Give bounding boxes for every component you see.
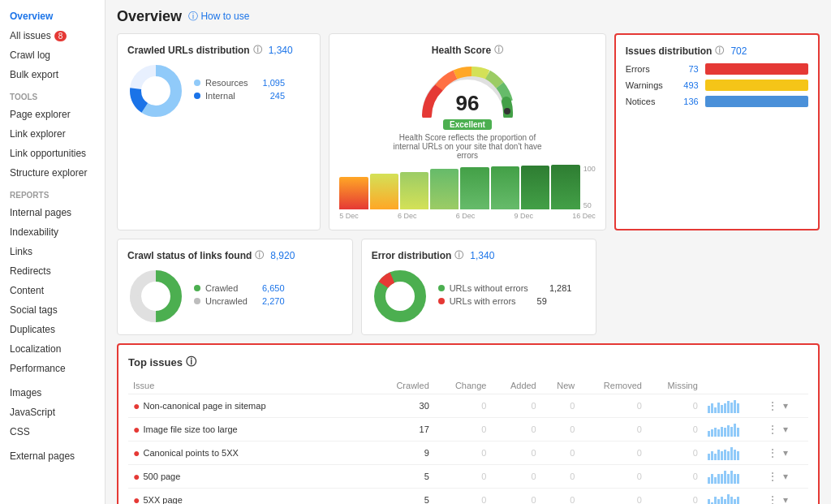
expand-button[interactable]: ▾	[781, 494, 790, 504]
health-info-icon[interactable]: ⓘ	[494, 44, 503, 56]
table-row: ● 5XX page 5 0 0 0 0 0 ⋮ ▾	[128, 489, 808, 505]
removed-cell: 0	[579, 442, 647, 465]
sidebar-item-bulk-export[interactable]: Bulk export	[0, 65, 105, 84]
issue-label[interactable]: Image file size too large	[143, 424, 237, 434]
issue-label[interactable]: Canonical points to 5XX	[143, 448, 238, 458]
info-icon[interactable]: ⓘ	[253, 44, 262, 56]
crawl-status-inner: Crawled 6,650 Uncrawled 2,270	[127, 268, 342, 325]
sidebar-item-all-issues[interactable]: All issues 8	[0, 26, 105, 45]
removed-cell: 0	[579, 418, 647, 442]
all-issues-badge: 8	[54, 31, 67, 41]
sidebar-item-performance[interactable]: Performance	[0, 359, 105, 378]
expand-button[interactable]: ▾	[781, 400, 790, 411]
sidebar-item-redirects[interactable]: Redirects	[0, 261, 105, 281]
issue-name-cell: ● Canonical points to 5XX	[128, 442, 375, 465]
more-options-button[interactable]: ⋮	[765, 470, 780, 483]
table-row: ● Canonical points to 5XX 9 0 0 0 0 0 ⋮ …	[128, 442, 808, 465]
health-score-label: Excellent	[443, 119, 492, 130]
more-options-button[interactable]: ⋮	[765, 446, 780, 459]
sidebar-item-social-tags[interactable]: Social tags	[0, 300, 105, 320]
more-options-button[interactable]: ⋮	[765, 399, 780, 412]
issue-icon: ●	[133, 494, 140, 504]
crawled-cell: 17	[375, 418, 434, 442]
sidebar-item-overview[interactable]: Overview	[0, 6, 105, 26]
sidebar-item-structure-explorer[interactable]: Structure explorer	[0, 163, 105, 183]
issues-distribution-card: Issues distribution ⓘ 702 Errors 73 Warn…	[614, 33, 820, 230]
chart-cell	[703, 489, 760, 505]
error-dist-donut	[372, 268, 428, 325]
added-cell: 0	[491, 394, 540, 418]
top-issues-section: Top issues ⓘ Issue Crawled Change Added …	[117, 343, 820, 504]
crawled-cell: 30	[375, 394, 434, 418]
issue-label[interactable]: 5XX page	[143, 495, 182, 504]
top-issues-info-icon[interactable]: ⓘ	[186, 355, 196, 369]
sidebar-item-localization[interactable]: Localization	[0, 339, 105, 359]
sidebar-item-content[interactable]: Content	[0, 281, 105, 300]
issue-icon: ●	[133, 471, 140, 482]
issue-label[interactable]: 500 page	[143, 472, 180, 481]
sidebar-item-links[interactable]: Links	[0, 242, 105, 261]
sidebar-item-crawl-log[interactable]: Crawl log	[0, 45, 105, 65]
with-errors-dot	[438, 298, 445, 304]
issue-icon: ●	[133, 424, 140, 435]
how-to-use-link[interactable]: ⓘ How to use	[188, 10, 249, 24]
chart-cell	[703, 465, 760, 489]
no-errors-legend-item: URLs without errors 1,281	[438, 283, 572, 293]
expand-button[interactable]: ▾	[781, 447, 790, 459]
col-crawled: Crawled	[375, 377, 434, 394]
more-options-button[interactable]: ⋮	[765, 493, 780, 504]
sidebar-item-overview-label: Overview	[10, 11, 53, 22]
crawl-status-card: Crawl status of links found ⓘ 8,920	[117, 239, 353, 335]
col-chart	[703, 377, 760, 394]
spacer	[605, 239, 820, 335]
crawl-status-title: Crawl status of links found ⓘ 8,920	[127, 249, 342, 261]
top-issues-title: Top issues ⓘ	[128, 355, 808, 369]
resources-legend-item: Resources 1,095	[194, 78, 285, 88]
sidebar-item-external-pages[interactable]: External pages	[0, 446, 105, 466]
crawl-status-info-icon[interactable]: ⓘ	[255, 249, 264, 261]
missing-cell: 0	[647, 394, 703, 418]
issue-name-cell: ● 5XX page	[128, 489, 375, 505]
new-cell: 0	[541, 465, 580, 489]
actions-cell: ⋮ ▾	[760, 489, 808, 505]
sidebar-item-indexability[interactable]: Indexability	[0, 222, 105, 242]
issue-name-cell: ● Image file size too large	[128, 418, 375, 442]
expand-button[interactable]: ▾	[781, 471, 790, 482]
col-actions	[760, 377, 808, 394]
sidebar-item-duplicates[interactable]: Duplicates	[0, 320, 105, 339]
change-cell: 0	[434, 394, 492, 418]
col-missing: Missing	[647, 377, 703, 394]
table-row: ● Image file size too large 17 0 0 0 0 0…	[128, 418, 808, 442]
col-change: Change	[434, 377, 492, 394]
added-cell: 0	[491, 442, 540, 465]
sidebar-item-link-opportunities[interactable]: Link opportunities	[0, 144, 105, 163]
sidebar-item-link-explorer[interactable]: Link explorer	[0, 124, 105, 144]
sidebar-item-internal-pages[interactable]: Internal pages	[0, 203, 105, 222]
error-dist-card: Error distribution ⓘ 1,340 URLs without …	[361, 239, 597, 335]
sidebar-item-javascript[interactable]: JavaScript	[0, 403, 105, 422]
all-issues-label: All issues	[10, 30, 51, 41]
issues-info-icon[interactable]: ⓘ	[715, 45, 724, 57]
expand-button[interactable]: ▾	[781, 424, 790, 435]
error-dist-info-icon[interactable]: ⓘ	[454, 249, 463, 261]
health-score-description: Health Score reflects the proportion of …	[386, 133, 549, 160]
issue-label[interactable]: Non-canonical page in sitemap	[143, 401, 265, 411]
warnings-row: Warnings 493	[626, 80, 808, 91]
crawled-urls-count[interactable]: 1,340	[269, 45, 293, 56]
issue-icon: ●	[133, 447, 140, 459]
sidebar-item-images[interactable]: Images	[0, 383, 105, 403]
new-cell: 0	[541, 418, 580, 442]
added-cell: 0	[491, 489, 540, 505]
tools-section-label: Tools	[0, 84, 105, 105]
more-options-button[interactable]: ⋮	[765, 423, 780, 436]
issues-dist-rows: Errors 73 Warnings 493 Notices 136	[626, 63, 808, 107]
crawled-urls-title: Crawled URLs distribution ⓘ 1,340	[127, 44, 310, 56]
issues-dist-title: Issues distribution ⓘ 702	[626, 45, 808, 57]
sidebar-item-page-explorer[interactable]: Page explorer	[0, 105, 105, 124]
removed-cell: 0	[579, 465, 647, 489]
sidebar-item-css[interactable]: CSS	[0, 422, 105, 442]
top-row: Crawled URLs distribution ⓘ 1,340	[117, 33, 820, 230]
notices-bar	[705, 96, 808, 107]
bar-chart-labels: 5 Dec 6 Dec 6 Dec 9 Dec 16 Dec	[339, 212, 595, 220]
error-dist-inner: URLs without errors 1,281 URLs with erro…	[372, 268, 587, 325]
